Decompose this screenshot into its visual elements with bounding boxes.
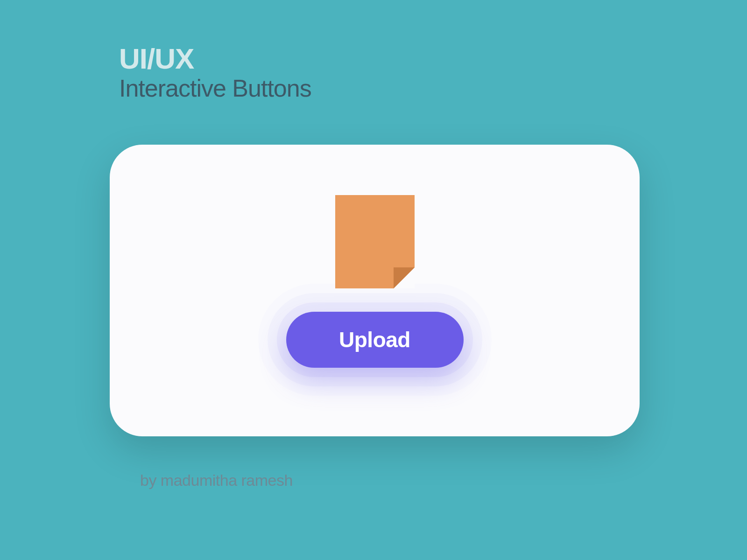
upload-card: Upload: [110, 145, 640, 436]
document-icon: [335, 195, 415, 288]
upload-button[interactable]: Upload: [286, 312, 464, 368]
page-title: UI/UX: [119, 44, 311, 73]
page-header: UI/UX Interactive Buttons: [119, 44, 311, 102]
page-subtitle: Interactive Buttons: [119, 74, 311, 102]
credit-text: by madumitha ramesh: [140, 471, 293, 490]
